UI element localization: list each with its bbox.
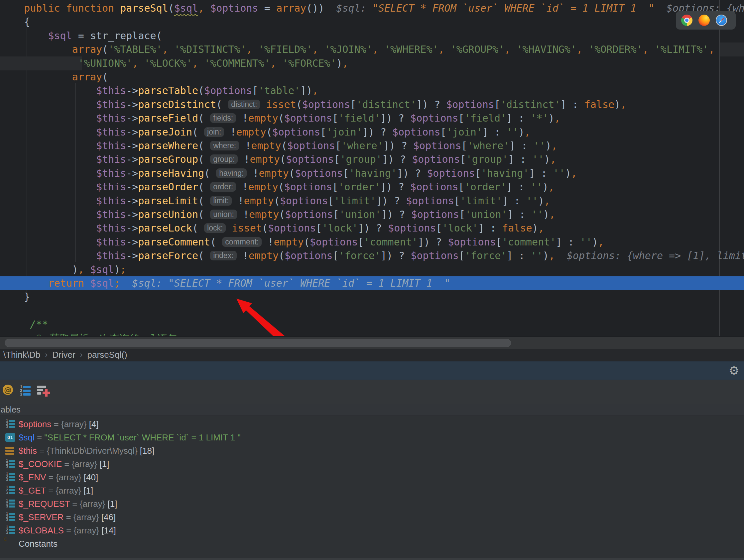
parameter-name-hint: having: [216,168,247,178]
browser-preview-popup [676,11,736,30]
breadcrumb-item[interactable]: Driver [52,350,75,360]
variable-text: $options = {array} [4] [18,417,99,431]
code-line: '%UNION%', '%LOCK%', '%COMMENT%', '%FORC… [0,56,744,70]
array-type-icon: 123 [5,419,16,429]
breadcrumb: \Think\Db›Driver›parseSql() [0,349,744,361]
variables-tab-label[interactable]: ables [0,405,21,414]
variable-row[interactable]: ▸$this = {Think\Db\Driver\Mysql} [18] [0,444,744,457]
variable-row[interactable]: ▸123$_SERVER = {array} [46] [0,511,744,524]
expand-chevron-icon[interactable]: ▸ [0,471,0,484]
array-type-icon: 123 [5,486,16,495]
expand-chevron-icon[interactable]: ▸ [0,444,0,457]
variable-name: $sql [18,433,35,442]
code-line: $this->parseField( fields: !empty($optio… [0,111,744,125]
variable-text: Constants [18,537,58,550]
parameter-name-hint: order: [210,182,236,192]
parameter-name-hint: join: [204,127,224,137]
variable-count: [18] [140,446,154,456]
expand-chevron-icon[interactable]: ▸ [0,497,0,511]
variable-row[interactable]: ▸123$_REQUEST = {array} [1] [0,497,744,511]
variable-name: $GLOBALS [18,525,64,535]
variable-count: [1] [83,486,93,495]
parameter-name-hint: fields: [210,113,236,123]
variable-text: $_COOKIE = {array} [1] [18,457,109,471]
code-line: public function parseSql($sql, $options … [0,1,744,15]
expand-chevron-icon[interactable]: ▸ [0,417,0,431]
variable-row[interactable]: 01$sql = "SELECT * FROM `user` WHERE `id… [0,431,744,444]
code-line [0,304,744,318]
scrollbar-thumb[interactable] [5,339,511,347]
variable-name: $_SERVER [18,512,64,522]
variable-name: Constants [18,539,58,549]
code-line: $this->parseForce( index: !empty($option… [0,249,744,263]
variables-panel: ▸123$options = {array} [4]01$sql = "SELE… [0,416,744,558]
code-line: ), $sql); [0,263,744,276]
variable-row[interactable]: ▸123$GLOBALS = {array} [14] [0,524,744,537]
variable-count: [46] [101,512,116,522]
code-editor[interactable]: public function parseSql($sql, $options … [0,0,744,336]
variable-name: $_REQUEST [18,499,70,509]
phpstorm-window: public function parseSql($sql, $options … [0,0,744,560]
variable-text: $GLOBALS = {array} [14] [18,524,116,537]
expand-chevron-icon[interactable]: ▸ [0,484,0,497]
code-line: array('%TABLE%', '%DISTINCT%', '%FIELD%'… [0,42,744,56]
horizontal-scrollbar[interactable] [0,336,744,349]
parameter-name-hint: group: [210,154,238,164]
expand-chevron-icon[interactable]: ▸ [0,537,0,550]
code-line: $this->parseComment( comment: !empty($op… [0,235,744,249]
string-type-icon: 01 [5,433,16,442]
execution-line: return $sql; $sql: "SELECT * FROM `user`… [0,276,744,290]
variable-row[interactable]: ▸123$_ENV = {array} [40] [0,471,744,484]
variable-name: $_GET [18,486,46,495]
array-type-icon: 123 [5,472,16,482]
variable-row[interactable]: ▸123$_COOKIE = {array} [1] [0,457,744,471]
array-type-icon: 123 [5,499,16,509]
numbered-list-icon[interactable]: 123 [19,386,31,396]
safari-icon[interactable] [716,14,727,26]
code-line: $this->parseLimit( limit: !empty($option… [0,194,744,208]
breadcrumb-item[interactable]: parseSql() [87,350,127,360]
chrome-icon[interactable] [681,14,693,26]
object-type-icon [5,446,16,456]
variable-row[interactable]: ▸CConstants [0,537,744,550]
variable-text: $_SERVER = {array} [46] [18,511,116,524]
settings-gear-icon[interactable]: ⚙ [729,361,739,379]
array-type-icon: 123 [5,459,16,469]
variable-name: $this [18,446,37,456]
parameter-name-hint: lock: [204,223,226,233]
code-area: public function parseSql($sql, $options … [0,0,744,336]
code-line: $this->parseGroup( group: !empty($option… [0,153,744,166]
code-line: $sql = str_replace( [0,29,744,42]
code-line: $this->parseOrder( order: !empty($option… [0,180,744,194]
variable-row[interactable]: ▸123$options = {array} [4] [0,417,744,431]
variable-text: $_REQUEST = {array} [1] [18,497,117,511]
code-line: $this->parseJoin( join: !empty($options[… [0,125,744,139]
parameter-name-hint: where: [210,141,239,151]
status-bar-edge [0,558,744,560]
add-watch-icon[interactable] [37,385,50,397]
array-type-icon: 123 [5,525,16,535]
code-line: * 获取最近一次查询的sql语句 [0,331,744,336]
code-line: $this->parseHaving( having: !empty($opti… [0,166,744,180]
breadcrumb-separator-icon: › [80,350,83,359]
parameter-name-hint: comment: [222,237,262,247]
variable-text: $_ENV = {array} [40] [18,471,98,484]
variable-text: $_GET = {array} [1] [18,484,93,497]
expand-chevron-icon[interactable]: ▸ [0,524,0,537]
expand-chevron-icon[interactable]: ▸ [0,457,0,471]
breadcrumb-item[interactable]: \Think\Db [3,350,40,360]
variable-name: $_COOKIE [18,459,62,469]
code-line: $this->parseDistinct( distinct: isset($o… [0,98,744,111]
variable-row[interactable]: ▸123$_GET = {array} [1] [0,484,744,497]
variable-count: [4] [89,419,99,429]
parameter-name-hint: index: [210,251,236,261]
evaluate-at-icon[interactable]: @ [3,385,13,395]
firefox-icon[interactable] [699,14,710,26]
code-line: array( [0,70,744,84]
code-line: { [0,15,744,29]
code-line: $this->parseUnion( union: !empty($option… [0,208,744,221]
variable-count: [14] [101,525,116,535]
breadcrumb-separator-icon: › [45,350,47,359]
code-line: $this->parseWhere( where: !empty($option… [0,139,744,153]
expand-chevron-icon[interactable]: ▸ [0,511,0,524]
